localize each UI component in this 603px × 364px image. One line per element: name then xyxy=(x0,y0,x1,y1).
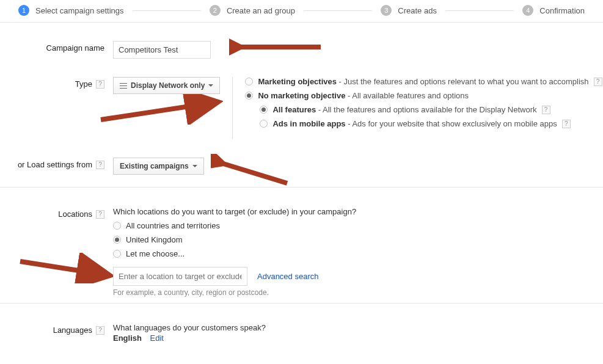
label: No marketing objective xyxy=(258,91,345,100)
desc: - All the features and options available… xyxy=(316,105,536,114)
row-load-settings: or Load settings from ? Existing campaig… xyxy=(0,158,603,175)
help-icon[interactable]: ? xyxy=(96,210,104,219)
label: Let me choose... xyxy=(126,249,185,258)
label: All features xyxy=(272,105,316,114)
location-hint: For example, a country, city, region or … xyxy=(113,288,603,297)
help-icon[interactable]: ? xyxy=(562,120,571,128)
campaign-name-label: Campaign name xyxy=(0,41,113,53)
row-languages: Languages ? What languages do your custo… xyxy=(0,323,603,343)
step-3-circle: 3 xyxy=(381,5,392,16)
annotation-arrow xyxy=(15,253,113,283)
step-2-label: Create an ad group xyxy=(227,6,295,15)
help-icon[interactable]: ? xyxy=(96,161,104,169)
radio-icon xyxy=(113,222,121,230)
step-connector xyxy=(445,10,514,11)
step-2-circle: 2 xyxy=(210,5,221,16)
step-3[interactable]: 3 Create ads xyxy=(381,5,437,16)
option-all-features[interactable]: All features - All the features and opti… xyxy=(260,105,602,114)
locations-prompt: Which locations do you want to target (o… xyxy=(113,207,603,216)
caret-down-icon xyxy=(192,165,197,167)
step-1[interactable]: 1 Select campaign settings xyxy=(18,5,124,16)
help-icon[interactable]: ? xyxy=(96,326,104,335)
wizard-stepper: 1 Select campaign settings 2 Create an a… xyxy=(0,0,603,23)
languages-label: Languages xyxy=(53,326,92,335)
edit-languages-link[interactable]: Edit xyxy=(150,333,164,343)
option-marketing-objectives[interactable]: Marketing objectives - Just the features… xyxy=(245,77,602,86)
section-divider xyxy=(0,303,603,304)
radio-icon xyxy=(260,106,268,114)
option-all-countries[interactable]: All countries and territories xyxy=(113,221,603,230)
radio-icon xyxy=(245,78,253,86)
help-icon[interactable]: ? xyxy=(594,78,602,86)
option-no-marketing-objective[interactable]: No marketing objective - All available f… xyxy=(245,91,602,100)
load-settings-label: or Load settings from xyxy=(18,160,92,169)
radio-icon xyxy=(113,236,121,244)
label: All countries and territories xyxy=(126,221,220,230)
section-divider xyxy=(0,187,603,187)
step-connector xyxy=(304,10,372,11)
step-3-label: Create ads xyxy=(398,6,437,15)
label: Marketing objectives xyxy=(258,77,337,86)
radio-icon xyxy=(113,250,121,258)
step-4-circle: 4 xyxy=(522,5,533,16)
campaign-name-input[interactable] xyxy=(113,41,211,59)
caret-down-icon xyxy=(208,84,213,87)
row-campaign-name: Campaign name xyxy=(0,41,603,59)
type-dropdown[interactable]: Display Network only xyxy=(113,77,220,94)
step-1-label: Select campaign settings xyxy=(35,6,124,15)
step-4-label: Confirmation xyxy=(539,6,585,15)
existing-campaigns-label: Existing campaigns xyxy=(120,162,189,170)
option-ads-mobile-apps[interactable]: Ads in mobile apps - Ads for your websit… xyxy=(260,119,602,128)
type-dropdown-label: Display Network only xyxy=(131,81,205,90)
languages-prompt: What languages do your customers speak? xyxy=(113,323,603,332)
advanced-search-link[interactable]: Advanced search xyxy=(257,272,318,281)
option-united-kingdom[interactable]: United Kingdom xyxy=(113,235,603,244)
existing-campaigns-dropdown[interactable]: Existing campaigns xyxy=(113,158,204,175)
desc: - Ads for your website that show exclusi… xyxy=(346,119,557,128)
label: United Kingdom xyxy=(126,235,183,244)
type-label: Type xyxy=(75,79,92,89)
locations-label: Locations xyxy=(58,209,92,219)
help-icon[interactable]: ? xyxy=(542,106,550,114)
radio-icon xyxy=(245,92,253,100)
desc: - Just the features and options relevant… xyxy=(337,77,589,86)
desc: - All available features and options xyxy=(345,91,469,100)
svg-line-3 xyxy=(20,261,106,275)
option-let-me-choose[interactable]: Let me choose... xyxy=(113,249,603,258)
radio-icon xyxy=(260,120,268,128)
row-type: Type ? Display Network only Marketing ob… xyxy=(0,77,603,139)
step-1-circle: 1 xyxy=(18,5,29,16)
label: Ads in mobile apps xyxy=(272,119,345,128)
display-network-icon xyxy=(120,83,127,89)
row-locations: Locations ? Which locations do you want … xyxy=(0,207,603,297)
type-options: Marketing objectives - Just the features… xyxy=(232,77,602,139)
step-4[interactable]: 4 Confirmation xyxy=(522,5,585,16)
help-icon[interactable]: ? xyxy=(96,80,104,89)
step-2[interactable]: 2 Create an ad group xyxy=(210,5,295,16)
language-value: English xyxy=(113,333,142,343)
step-connector xyxy=(133,10,201,11)
location-input[interactable] xyxy=(113,267,247,286)
